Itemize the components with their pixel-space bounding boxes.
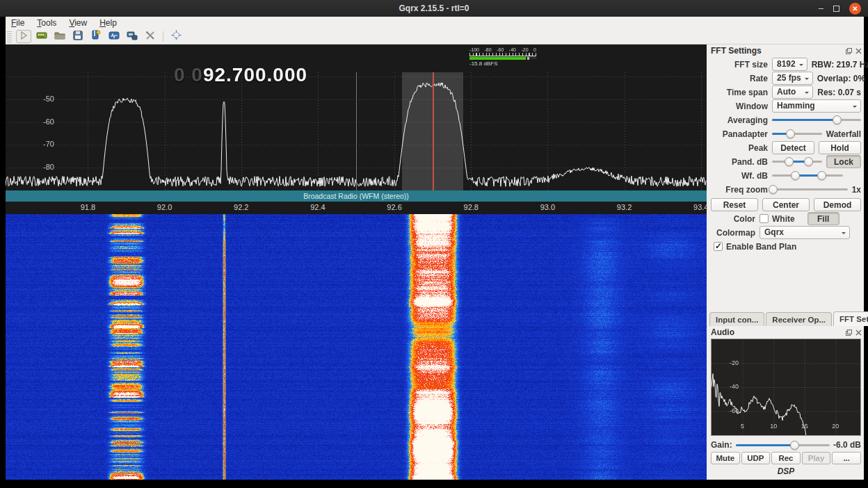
tab-receiver-options[interactable]: Receiver Op... xyxy=(766,312,832,326)
screen-wave-icon xyxy=(108,31,120,43)
start-dsp-button[interactable] xyxy=(16,30,31,43)
meter-level xyxy=(469,57,526,60)
audio-gain-row: Gain: -6.0 dB xyxy=(711,439,861,450)
pand-db-range-slider[interactable] xyxy=(772,157,822,166)
freq-tick-label: 92.4 xyxy=(310,203,325,211)
res-info: Res: 0.07 s xyxy=(817,88,861,97)
colormap-select[interactable]: Gqrx xyxy=(760,226,850,239)
enable-band-plan-label: Enable Band Plan xyxy=(726,242,796,252)
udp-button[interactable]: UDP xyxy=(741,452,771,464)
wf-db-range-slider[interactable] xyxy=(772,171,843,180)
computer-icon xyxy=(127,31,138,43)
fft-display-button[interactable] xyxy=(106,30,122,43)
gain-slider[interactable] xyxy=(736,441,830,450)
tab-input-controls[interactable]: Input con... xyxy=(709,312,764,326)
split-slider[interactable] xyxy=(772,129,822,138)
toolbar-drag-handle[interactable] xyxy=(7,31,12,42)
freq-zoom-value: 1x xyxy=(852,185,861,195)
bandplan-bar[interactable]: Broadcast Radio (WFM (stereo)) xyxy=(6,190,707,202)
panadapter-label: Panadapter xyxy=(711,129,768,139)
audio-more-button[interactable]: ... xyxy=(832,452,861,464)
rate-label: Rate xyxy=(711,74,768,83)
enable-band-plan-box[interactable] xyxy=(714,242,723,251)
db-tick-label: -70 xyxy=(33,140,54,148)
audio-khz-tick: 20 xyxy=(832,423,839,430)
gain-value: -6.0 dB xyxy=(833,440,861,450)
time-span-select[interactable]: Auto xyxy=(772,86,813,99)
freq-tick-label: 93.4 xyxy=(693,203,708,211)
float-panel-icon[interactable] xyxy=(845,47,853,55)
center-button[interactable] xyxy=(168,30,184,43)
bandplan-label: Broadcast Radio (WFM (stereo)) xyxy=(303,192,409,200)
menu-view[interactable]: View xyxy=(69,18,87,28)
window-label: Window xyxy=(711,101,768,111)
audio-close-icon[interactable] xyxy=(855,329,862,336)
close-button[interactable]: ✕ xyxy=(849,3,861,15)
colormap-label: Colormap xyxy=(711,228,755,238)
titlebar: Gqrx 2.15.5 - rtl=0 – ✕ xyxy=(0,0,868,17)
rec-button[interactable]: Rec xyxy=(771,452,801,464)
fft-settings-header: FFT Settings xyxy=(708,44,864,57)
audio-title: Audio xyxy=(711,327,843,337)
dsp-label: DSP xyxy=(708,466,864,476)
window-select[interactable]: Hamming xyxy=(772,99,861,113)
close-panel-icon[interactable] xyxy=(855,47,862,55)
rate-select[interactable]: 25 fps xyxy=(772,72,813,85)
audio-buttons: Mute UDP Rec Play ... xyxy=(711,452,861,464)
averaging-label: Averaging xyxy=(711,115,768,125)
enable-band-plan-checkbox[interactable]: Enable Band Plan xyxy=(714,242,796,252)
demod-button[interactable]: Demod xyxy=(814,198,861,211)
audio-header: Audio xyxy=(708,326,864,339)
freq-tick-label: 91.8 xyxy=(81,203,95,211)
reset-button[interactable]: Reset xyxy=(711,198,758,211)
freq-tick-label: 92.2 xyxy=(234,203,248,211)
hw-center-line xyxy=(356,72,357,202)
time-span-label: Time span xyxy=(711,88,768,97)
peak-hold-button[interactable]: Hold xyxy=(819,141,861,154)
meter-peak-marker xyxy=(527,57,529,60)
fill-button[interactable]: Fill xyxy=(807,212,839,225)
maximize-button[interactable] xyxy=(833,6,839,12)
bookmarks-button[interactable] xyxy=(88,30,104,43)
menu-tools[interactable]: Tools xyxy=(37,18,56,28)
waterfall-label: Waterfall xyxy=(826,129,861,139)
waterfall[interactable] xyxy=(6,214,707,480)
play-button[interactable]: Play xyxy=(802,452,831,464)
freq-zoom-slider[interactable] xyxy=(772,185,848,194)
mute-button[interactable]: Mute xyxy=(711,452,740,464)
minimize-button[interactable]: – xyxy=(819,5,823,12)
save-button[interactable] xyxy=(70,30,86,43)
tuning-line[interactable] xyxy=(433,72,434,202)
open-button[interactable] xyxy=(52,30,67,43)
fft-size-label: FFT size xyxy=(711,60,768,70)
audio-spectrum-plot[interactable]: -20-40-605101520 xyxy=(711,339,861,436)
white-checkbox-box[interactable] xyxy=(760,214,769,223)
freq-tick-label: 92.6 xyxy=(387,203,401,211)
fft-size-select[interactable]: 8192 xyxy=(772,58,807,71)
frequency-leading-zeros: 0 0 xyxy=(174,64,203,86)
white-checkbox-label: White xyxy=(772,214,795,224)
menu-file[interactable]: File xyxy=(11,18,24,28)
center-freq-button[interactable]: Center xyxy=(762,198,810,211)
app-window: File Tools View Help xyxy=(6,17,864,480)
white-checkbox[interactable]: White xyxy=(760,214,795,224)
averaging-slider[interactable] xyxy=(772,115,861,124)
pand-lock-button[interactable]: Lock xyxy=(826,155,861,168)
menu-help[interactable]: Help xyxy=(99,18,117,28)
freq-zoom-label: Freq zoom xyxy=(711,185,768,195)
audio-db-tick: -20 xyxy=(730,359,739,366)
remote-control-button[interactable] xyxy=(124,30,140,43)
color-label: Color xyxy=(711,214,755,224)
audio-db-tick: -60 xyxy=(730,407,739,414)
plot-area: -50-60-70-80 0 092.700.000 -100-80-60-40… xyxy=(6,44,707,480)
io-devices-button[interactable] xyxy=(34,30,49,43)
audio-float-icon[interactable] xyxy=(845,329,853,336)
peak-label: Peak xyxy=(711,143,768,153)
tools-button[interactable] xyxy=(143,30,158,43)
peak-detect-button[interactable]: Detect xyxy=(772,141,814,154)
meter-bar xyxy=(469,56,536,59)
frequency-display[interactable]: 0 092.700.000 xyxy=(174,64,307,86)
fft-settings-title: FFT Settings xyxy=(711,46,843,56)
toolbar xyxy=(6,29,864,44)
tab-fft-settings[interactable]: FFT Set... xyxy=(833,311,868,326)
